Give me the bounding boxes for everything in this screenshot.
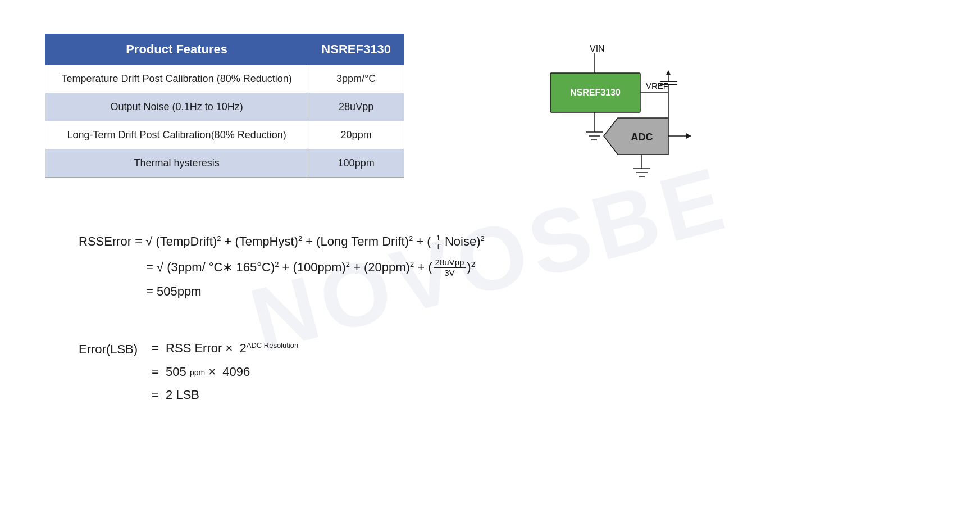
table-row: Output Noise (0.1Hz to 10Hz) 28uVpp (45, 93, 404, 121)
feature-cell: Output Noise (0.1Hz to 10Hz) (45, 93, 308, 121)
svg-text:NSREF3130: NSREF3130 (570, 88, 621, 97)
table-row: Long-Term Drift Post Calibration(80% Red… (45, 121, 404, 149)
feature-cell: Long-Term Drift Post Calibration(80% Red… (45, 121, 308, 149)
error-line1: = RSS Error × 2ADC Resolution (152, 337, 298, 360)
svg-text:VREF: VREF (646, 81, 668, 90)
feature-cell: Temperature Drift Post Calibration (80% … (45, 65, 308, 93)
error-label: Error(LSB) (79, 337, 152, 361)
rss-formula-line3: = 505ppm (146, 280, 485, 303)
page-container: NOVOSBE Product Features NSREF3130 Tempe… (0, 0, 980, 518)
svg-text:ADC: ADC (631, 131, 653, 143)
error-section: Error(LSB) = RSS Error × 2ADC Resolution… (79, 337, 298, 407)
value-cell: 28uVpp (308, 93, 404, 121)
table-row: Temperature Drift Post Calibration (80% … (45, 65, 404, 93)
features-table: Product Features NSREF3130 Temperature D… (45, 34, 404, 178)
value-cell: 20ppm (308, 121, 404, 149)
error-line3: = 2 LSB (152, 383, 298, 407)
table-row: Thermal hysteresis 100ppm (45, 149, 404, 178)
top-section: Product Features NSREF3130 Temperature D… (45, 34, 935, 197)
svg-marker-24 (686, 133, 691, 139)
value-cell: 100ppm (308, 149, 404, 178)
value-cell: 3ppm/°C (308, 65, 404, 93)
col-header-part: NSREF3130 (308, 34, 404, 65)
circuit-diagram: VIN NSREF3130 (494, 39, 708, 197)
svg-marker-14 (666, 70, 671, 75)
rss-formula-line1: RSSError = √ (TempDrift)2 + (TempHyst)2 … (79, 230, 485, 253)
rss-formula-line2: = √ (3ppm/ °C∗ 165°C)2 + (100ppm)2 + (20… (146, 256, 485, 279)
svg-text:VIN: VIN (590, 44, 605, 53)
error-line2: = 505 ppm × 4096 (152, 360, 298, 384)
formula-section: RSSError = √ (TempDrift)2 + (TempHyst)2 … (79, 230, 485, 303)
feature-cell: Thermal hysteresis (45, 149, 308, 178)
col-header-features: Product Features (45, 34, 308, 65)
